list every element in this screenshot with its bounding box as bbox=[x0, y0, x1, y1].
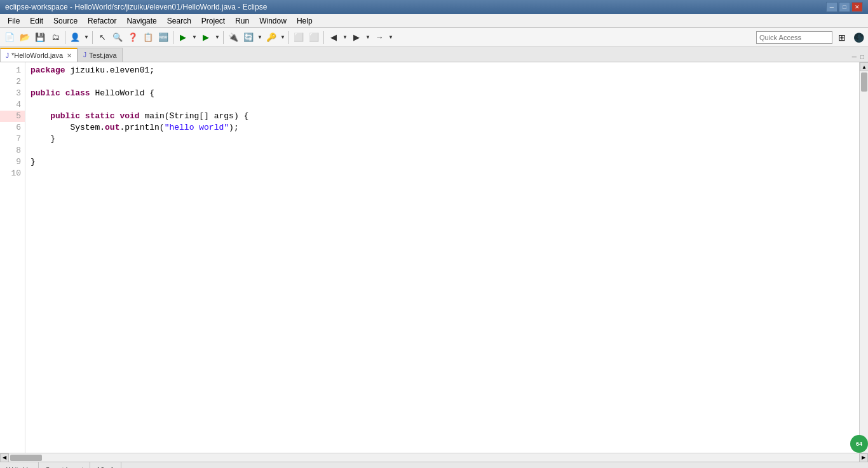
code-line-3: public class HelloWorld { bbox=[31, 88, 854, 99]
code-line-1: package jizuiku.eleven01; bbox=[31, 65, 854, 76]
run-button[interactable]: ▶ bbox=[199, 31, 213, 45]
maximize-button[interactable]: □ bbox=[839, 2, 850, 12]
title-text: eclipse-workspace - HelloWorld/src/jizui… bbox=[5, 3, 267, 11]
line-num-4: 4 bbox=[0, 99, 25, 111]
line-num-2: 2 bbox=[0, 76, 25, 88]
position-status: 10 : 1 bbox=[90, 462, 121, 468]
line-num-10: 10 bbox=[0, 168, 25, 179]
open-button[interactable]: 📂 bbox=[18, 31, 32, 45]
insert-mode-status: Smart Insert bbox=[39, 462, 90, 468]
next-nav-dropdown[interactable]: ▼ bbox=[365, 31, 371, 45]
code-line-4 bbox=[31, 99, 854, 111]
perspective-button[interactable]: ⊞ bbox=[835, 31, 849, 45]
sync-dropdown[interactable]: ▼ bbox=[257, 31, 263, 45]
debug-dropdown[interactable]: ▼ bbox=[191, 31, 198, 45]
quick-access-input[interactable] bbox=[756, 31, 832, 44]
line-num-6: 6 bbox=[0, 122, 25, 134]
menu-run[interactable]: Run bbox=[230, 14, 254, 27]
new2-button[interactable]: 🆕 bbox=[156, 31, 170, 45]
fwd-dropdown[interactable]: ▼ bbox=[388, 31, 394, 45]
next-nav-button[interactable]: ▶ bbox=[349, 31, 363, 45]
new-button[interactable]: 📄 bbox=[3, 31, 17, 45]
tab-label-test: Test.java bbox=[89, 52, 116, 59]
tab-helloworld[interactable]: J *HelloWorld.java ✕ bbox=[0, 48, 78, 62]
line-num-9: 9 bbox=[0, 156, 25, 168]
sep1 bbox=[65, 31, 65, 44]
scroll-up-button[interactable]: ▲ bbox=[860, 62, 868, 71]
quick-access-area: ⊞ 🌑 bbox=[756, 31, 865, 45]
line-num-1: 1 bbox=[0, 65, 25, 76]
profile-dropdown[interactable]: ▼ bbox=[83, 31, 90, 45]
prev-nav-button[interactable]: ◀ bbox=[327, 31, 341, 45]
editor-tabs: J *HelloWorld.java ✕ J Test.java ─ □ bbox=[0, 47, 868, 62]
sep5 bbox=[288, 31, 289, 44]
eclipse-logo-button[interactable]: 🌑 bbox=[851, 31, 865, 45]
insert-mode-text: Smart Insert bbox=[45, 466, 83, 469]
next-button[interactable]: 🔍 bbox=[111, 31, 125, 45]
prev-button[interactable]: ↖ bbox=[95, 31, 109, 45]
run-dropdown[interactable]: ▼ bbox=[214, 31, 220, 45]
ext-button[interactable]: 🔌 bbox=[226, 31, 240, 45]
scroll-left-button[interactable]: ◀ bbox=[0, 453, 9, 462]
menu-window[interactable]: Window bbox=[254, 14, 292, 27]
line-num-3: 3 bbox=[0, 88, 25, 99]
scroll-right-button[interactable]: ▶ bbox=[859, 453, 868, 462]
sep2 bbox=[92, 31, 93, 44]
tab-minimize-button[interactable]: ─ bbox=[851, 52, 858, 62]
menu-refactor[interactable]: Refactor bbox=[83, 14, 121, 27]
sep4 bbox=[223, 31, 224, 44]
tab-maximize-button[interactable]: □ bbox=[859, 52, 865, 62]
line-numbers: 12345678910 bbox=[0, 62, 25, 453]
key-button[interactable]: 🔑 bbox=[264, 31, 278, 45]
menu-bar: FileEditSourceRefactorNavigateSearchProj… bbox=[0, 14, 868, 28]
save-button[interactable]: 💾 bbox=[33, 31, 47, 45]
menu-help[interactable]: Help bbox=[292, 14, 318, 27]
editor-container: 12345678910 package jizuiku.eleven01;pub… bbox=[0, 62, 868, 453]
status-menu-button[interactable]: ≡ bbox=[853, 462, 868, 468]
status-bar: Writable Smart Insert 10 : 1 ≡ bbox=[0, 462, 868, 468]
line-num-5: 5 bbox=[0, 111, 25, 122]
task-button[interactable]: 📋 bbox=[141, 31, 155, 45]
sync-button[interactable]: 🔄 bbox=[241, 31, 255, 45]
title-bar: eclipse-workspace - HelloWorld/src/jizui… bbox=[0, 0, 868, 14]
menu-project[interactable]: Project bbox=[196, 14, 230, 27]
line-num-8: 8 bbox=[0, 145, 25, 156]
window-controls: ─ □ ✕ bbox=[826, 2, 863, 12]
java-badge[interactable]: 64 bbox=[850, 435, 868, 453]
scroll-thumb-h[interactable] bbox=[10, 455, 42, 461]
vertical-scrollbar[interactable]: ▲ bbox=[859, 62, 868, 453]
close-button[interactable]: ✕ bbox=[851, 2, 863, 12]
horizontal-scrollbar[interactable]: ◀ ▶ bbox=[0, 453, 868, 462]
menu-edit[interactable]: Edit bbox=[25, 14, 48, 27]
tab-test[interactable]: J Test.java bbox=[78, 48, 122, 62]
save-all-button[interactable]: 🗂 bbox=[48, 31, 62, 45]
position-text: 10 : 1 bbox=[97, 466, 114, 469]
tab-close-helloworld[interactable]: ✕ bbox=[67, 52, 72, 59]
tab-icon-test: J bbox=[83, 52, 86, 59]
key-dropdown[interactable]: ▼ bbox=[280, 31, 286, 45]
minimize-button[interactable]: ─ bbox=[826, 2, 837, 12]
line-num-7: 7 bbox=[0, 134, 25, 145]
debug-button[interactable]: ▶ bbox=[176, 31, 190, 45]
code-line-2 bbox=[31, 76, 854, 88]
help-button[interactable]: ❓ bbox=[126, 31, 140, 45]
code-area[interactable]: package jizuiku.eleven01;public class He… bbox=[25, 62, 859, 453]
nav1-button[interactable]: ⬜ bbox=[292, 31, 306, 45]
profile-button[interactable]: 👤 bbox=[68, 31, 82, 45]
sep6 bbox=[323, 31, 324, 44]
scroll-thumb-v[interactable] bbox=[861, 72, 867, 92]
code-line-9: } bbox=[31, 156, 854, 168]
tab-icon-helloworld: J bbox=[6, 52, 9, 59]
prev-nav-dropdown[interactable]: ▼ bbox=[342, 31, 348, 45]
menu-file[interactable]: File bbox=[3, 14, 25, 27]
sep3 bbox=[173, 31, 173, 44]
menu-search[interactable]: Search bbox=[162, 14, 196, 27]
code-line-8 bbox=[31, 145, 854, 156]
menu-source[interactable]: Source bbox=[48, 14, 83, 27]
tab-label-helloworld: *HelloWorld.java bbox=[11, 52, 63, 59]
toolbar: 📄 📂 💾 🗂 👤 ▼ ↖ 🔍 ❓ 📋 🆕 ▶ ▼ ▶ ▼ 🔌 🔄 ▼ 🔑 ▼ … bbox=[0, 28, 868, 47]
fwd-button[interactable]: → bbox=[372, 31, 386, 45]
nav2-button[interactable]: ⬜ bbox=[307, 31, 321, 45]
tab-controls: ─ □ bbox=[851, 52, 868, 62]
menu-navigate[interactable]: Navigate bbox=[121, 14, 161, 27]
